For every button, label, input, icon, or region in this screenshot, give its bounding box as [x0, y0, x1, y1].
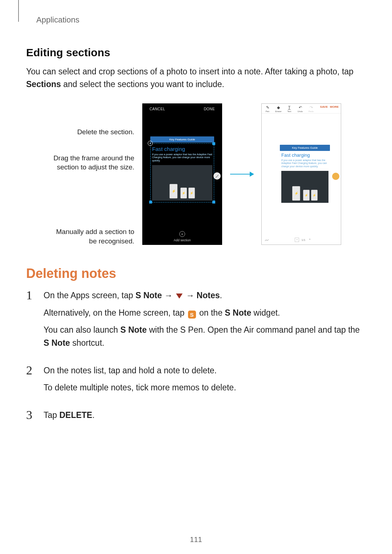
callout-drag: Drag the frame around the section to adj… — [51, 153, 134, 172]
add-section-label: Add section — [142, 238, 222, 242]
page-number: 111 — [0, 535, 392, 544]
photo-block: ⚡ ⚡ ⚡ — [281, 171, 328, 203]
mini-phone-icon: ⚡ — [170, 184, 177, 198]
redo-button[interactable]: ↷ Redo — [307, 105, 315, 112]
pen-icon — [215, 174, 219, 178]
page-pager: ‹ 1/1 + — [295, 238, 312, 242]
deleting-notes-heading: Deleting notes — [26, 266, 366, 281]
text: On the Apps screen, tap — [44, 291, 135, 300]
step-1: 1 On the Apps screen, tap S Note → → Not… — [26, 289, 366, 354]
step-body: Tap DELETE. — [44, 409, 366, 426]
callouts: Delete the section. Drag the frame aroun… — [51, 103, 134, 246]
undo-icon: ↶ — [299, 105, 302, 110]
s-note-keyword: S Note — [120, 325, 147, 335]
figure-row: Delete the section. Drag the frame aroun… — [26, 103, 366, 246]
step-number: 2 — [26, 364, 37, 399]
step-2: 2 On the notes list, tap and hold a note… — [26, 364, 366, 399]
sections-keyword: Sections — [26, 79, 61, 89]
fast-charging-sub: If you use a power adaptor that has the … — [281, 159, 328, 168]
fast-charging-sub: If you use a power adaptor that has the … — [152, 153, 212, 162]
phone-note-editor: ✎ Pen ◆ Eraser T Text ↶ Undo — [261, 103, 341, 245]
page: Applications Editing sections You can se… — [0, 0, 392, 554]
step-text: On the notes list, tap and hold a note t… — [44, 364, 366, 377]
s-note-keyword: S Note — [225, 308, 251, 317]
text-tool[interactable]: T Text — [286, 105, 293, 112]
para-text: You can select and crop sections of a ph… — [26, 67, 354, 76]
toolbar-label: Pen — [266, 110, 270, 112]
phone2-body: Key Features Guide Fast charging If you … — [280, 144, 330, 203]
text: Tap — [44, 410, 59, 420]
more-button[interactable]: MORE — [330, 105, 339, 108]
key-features-banner: Key Features Guide — [280, 145, 330, 151]
pen-icon: ✎ — [266, 105, 269, 110]
step-text: Tap DELETE. — [44, 409, 366, 422]
toolbar-tools: ✎ Pen ◆ Eraser T Text ↶ Undo — [264, 105, 315, 112]
resize-handle[interactable] — [212, 201, 215, 204]
eraser-icon: ◆ — [277, 105, 280, 110]
page-indicator: 1/1 — [301, 238, 305, 242]
toolbar-label: Redo — [309, 110, 314, 112]
handwriting-icon[interactable] — [265, 237, 269, 242]
pen-fab[interactable] — [213, 172, 221, 180]
prev-page-button[interactable]: ‹ — [295, 238, 299, 242]
mini-phone-icon: ⚡ — [303, 190, 310, 201]
s-note-keyword: S Note — [135, 291, 162, 300]
editing-sections-heading: Editing sections — [26, 46, 366, 59]
step-body: On the notes list, tap and hold a note t… — [44, 364, 366, 399]
delete-section-icon[interactable]: × — [148, 141, 153, 146]
pen-fab[interactable] — [332, 173, 339, 180]
text: widget. — [251, 308, 280, 317]
phone-edit-sections: CANCEL DONE Key Features Guide × Fast ch… — [142, 103, 222, 245]
arrow-text: → — [162, 291, 175, 300]
phone1-topbar: CANCEL DONE — [142, 103, 222, 113]
notes-keyword: Notes — [197, 291, 220, 300]
add-section-area: + Add section — [142, 231, 222, 242]
step-body: On the Apps screen, tap S Note → → Notes… — [44, 289, 366, 354]
phone1-body: Key Features Guide × Fast charging If yo… — [150, 135, 214, 219]
add-section-button[interactable]: + — [179, 231, 185, 237]
mini-phone-icon: ⚡ — [180, 188, 187, 198]
text: . — [220, 291, 222, 300]
step-number: 1 — [26, 289, 37, 354]
step-number: 3 — [26, 409, 37, 426]
text: You can also launch — [44, 325, 120, 335]
phone2-bottombar: ‹ 1/1 + — [265, 237, 338, 242]
breadcrumb: Applications — [36, 15, 366, 25]
arrow-icon — [230, 172, 253, 176]
editor-toolbar: ✎ Pen ◆ Eraser T Text ↶ Undo — [262, 104, 341, 114]
para-text: and select the sections you want to incl… — [61, 79, 224, 89]
eraser-tool[interactable]: ◆ Eraser — [275, 105, 282, 112]
add-page-button[interactable]: + — [308, 238, 312, 242]
pen-tool[interactable]: ✎ Pen — [264, 105, 271, 112]
resize-handle[interactable] — [149, 201, 152, 204]
toolbar-actions: SAVE MORE — [320, 105, 339, 108]
cancel-button[interactable]: CANCEL — [150, 107, 165, 111]
mini-phone-icon: ⚡ — [188, 188, 195, 198]
resize-handle[interactable] — [212, 142, 215, 145]
text: . — [92, 410, 94, 420]
step-text: To delete multiple notes, tick more memo… — [44, 381, 366, 394]
done-button[interactable]: DONE — [204, 107, 215, 111]
undo-button[interactable]: ↶ Undo — [297, 105, 304, 112]
text: on the — [197, 308, 225, 317]
delete-keyword: DELETE — [59, 410, 92, 420]
key-features-banner: Key Features Guide — [150, 136, 214, 143]
toolbar-label: Text — [287, 110, 291, 112]
text: with the S Pen. Open the Air command pan… — [147, 325, 360, 335]
redo-icon: ↷ — [310, 105, 313, 110]
text: Alternatively, on the Home screen, tap — [44, 308, 187, 317]
editing-sections-para: You can select and crop sections of a ph… — [26, 65, 366, 90]
toolbar-label: Eraser — [275, 110, 282, 112]
steps-list: 1 On the Apps screen, tap S Note → → Not… — [26, 289, 366, 426]
fast-charging-title: Fast charging — [281, 152, 328, 158]
s-note-app-icon: S — [188, 311, 196, 319]
photo-block: ⚡ ⚡ ⚡ — [152, 165, 212, 201]
s-note-keyword: S Note — [44, 338, 70, 348]
save-button[interactable]: SAVE — [320, 105, 328, 108]
toolbar-label: Undo — [298, 110, 303, 112]
arrow-text: → — [184, 291, 197, 300]
step-text: Alternatively, on the Home screen, tap S… — [44, 307, 366, 320]
step-3: 3 Tap DELETE. — [26, 409, 366, 426]
selection-frame[interactable]: × Fast charging If you use a power adapt… — [150, 143, 214, 202]
step-text: You can also launch S Note with the S Pe… — [44, 324, 366, 349]
